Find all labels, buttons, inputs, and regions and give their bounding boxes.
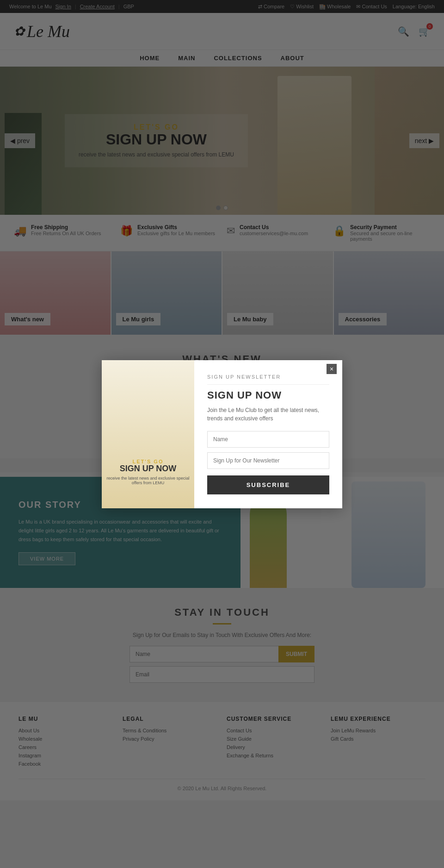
modal-header-label: SIGN UP NEWSLETTER xyxy=(207,374,329,385)
modal-subscribe-button[interactable]: Subscribe xyxy=(207,475,329,494)
modal-name-input[interactable] xyxy=(207,431,329,448)
modal-description: Join the Le Mu Club to get all the lates… xyxy=(207,406,329,423)
modal-lets-go: LET'S GO xyxy=(106,459,190,464)
modal-email-input[interactable] xyxy=(207,452,329,469)
modal-receive-text: receive the latest news and exclusive sp… xyxy=(106,476,190,485)
modal-right-panel: SIGN UP NEWSLETTER SIGN UP NOW Join the … xyxy=(194,360,342,508)
modal-title: SIGN UP NOW xyxy=(207,389,329,401)
newsletter-modal: LET'S GO SIGN UP NOW receive the latest … xyxy=(102,360,342,508)
modal-left-overlay: LET'S GO SIGN UP NOW receive the latest … xyxy=(102,454,194,490)
modal-close-button[interactable]: × xyxy=(327,364,337,374)
modal-sign-up-big: SIGN UP NOW xyxy=(106,464,190,474)
modal-overlay[interactable]: LET'S GO SIGN UP NOW receive the latest … xyxy=(0,0,444,800)
modal-left-panel: LET'S GO SIGN UP NOW receive the latest … xyxy=(102,360,194,508)
